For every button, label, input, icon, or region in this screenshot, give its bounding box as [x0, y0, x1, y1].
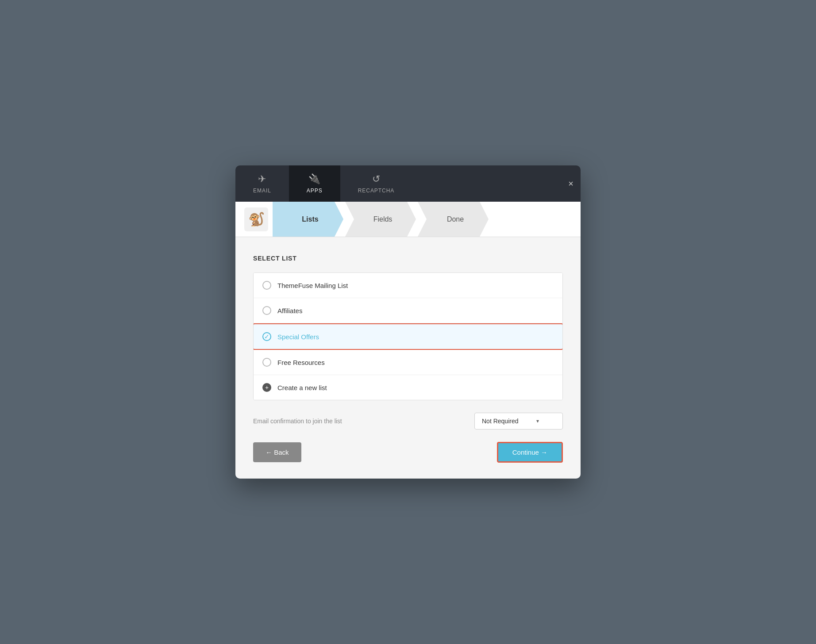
list-item-affiliates[interactable]: Affiliates	[254, 298, 562, 323]
label-special-offers: Special Offers	[277, 333, 319, 341]
recaptcha-icon: ↺	[372, 173, 381, 185]
tab-email[interactable]: ✈ EMAIL	[235, 165, 289, 202]
email-confirmation-value: Not Required	[482, 418, 519, 425]
app-logo: 🐒	[244, 207, 268, 231]
apps-icon: 🔌	[308, 173, 321, 185]
tab-apps[interactable]: 🔌 APPS	[289, 165, 340, 202]
wizard-bar: 🐒 Lists Fields Done	[235, 202, 581, 237]
label-themefuse: ThemeFuse Mailing List	[277, 282, 348, 289]
step-done-label: Done	[447, 215, 464, 223]
radio-themefuse	[262, 281, 271, 290]
radio-special-offers: ✓	[262, 332, 271, 341]
list-item-themefuse[interactable]: ThemeFuse Mailing List	[254, 273, 562, 298]
continue-button[interactable]: Continue →	[497, 442, 563, 463]
list-item-create-new[interactable]: + Create a new list	[254, 375, 562, 400]
section-title: SELECT LIST	[253, 255, 563, 262]
email-confirmation-row: Email confirmation to join the list Not …	[253, 413, 563, 429]
wizard-steps: Lists Fields Done	[273, 202, 581, 237]
modal-dialog: ✈ EMAIL 🔌 APPS ↺ RECAPTCHA × 🐒 Lists Fie…	[235, 165, 581, 479]
wizard-step-fields[interactable]: Fields	[345, 202, 416, 237]
step-lists-label: Lists	[302, 215, 318, 223]
list-item-free-resources[interactable]: Free Resources	[254, 350, 562, 375]
tab-bar: ✈ EMAIL 🔌 APPS ↺ RECAPTCHA ×	[235, 165, 581, 202]
mailing-list-container: ThemeFuse Mailing List Affiliates ✓ Spec…	[253, 272, 563, 400]
chevron-down-icon: ▾	[536, 418, 539, 424]
tab-apps-label: APPS	[307, 188, 323, 194]
back-button-label: ← Back	[266, 448, 289, 456]
tab-email-label: EMAIL	[253, 188, 271, 194]
wizard-step-done[interactable]: Done	[418, 202, 489, 237]
wizard-step-lists[interactable]: Lists	[273, 202, 343, 237]
label-affiliates: Affiliates	[277, 307, 302, 314]
email-confirmation-select[interactable]: Not Required ▾	[474, 413, 563, 429]
tab-recaptcha-label: RECAPTCHA	[358, 188, 395, 194]
step-fields-label: Fields	[373, 215, 393, 223]
tab-recaptcha[interactable]: ↺ RECAPTCHA	[340, 165, 412, 202]
close-button[interactable]: ×	[568, 179, 574, 188]
radio-affiliates	[262, 306, 271, 315]
radio-free-resources	[262, 358, 271, 367]
modal-content: SELECT LIST ThemeFuse Mailing List Affil…	[235, 237, 581, 479]
email-confirmation-label: Email confirmation to join the list	[253, 418, 342, 425]
label-free-resources: Free Resources	[277, 359, 325, 366]
back-button[interactable]: ← Back	[253, 442, 301, 462]
logo-emoji: 🐒	[248, 211, 265, 227]
create-icon: +	[262, 383, 271, 392]
email-icon: ✈	[258, 173, 266, 185]
label-create-new: Create a new list	[277, 384, 327, 391]
continue-button-label: Continue →	[512, 448, 547, 456]
footer-buttons: ← Back Continue →	[253, 442, 563, 463]
list-item-special-offers[interactable]: ✓ Special Offers	[253, 323, 563, 350]
